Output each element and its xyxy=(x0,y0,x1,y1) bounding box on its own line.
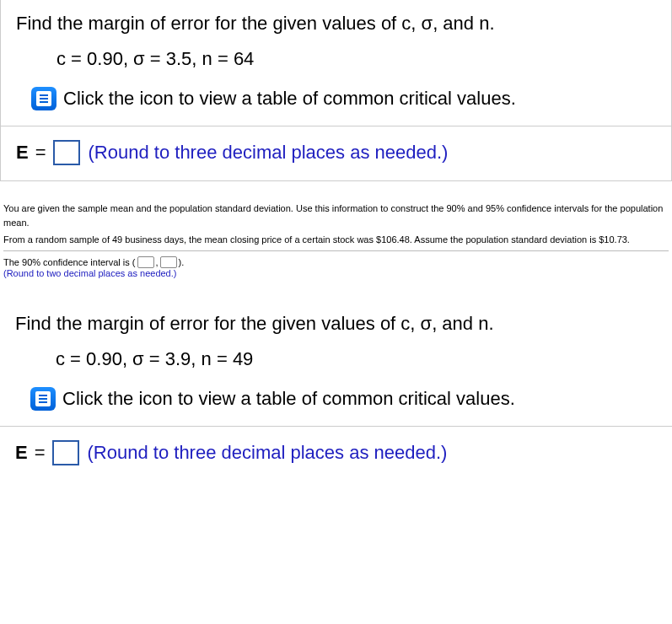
divider xyxy=(1,126,671,126)
ci-answer-row: The 90% confidence interval is ( , ). xyxy=(3,256,669,268)
answer-variable: E xyxy=(16,142,29,164)
equals-sign: = xyxy=(35,142,46,164)
answer-variable: E xyxy=(15,442,28,464)
margin-error-input[interactable] xyxy=(53,140,80,165)
question-prompt: Find the margin of error for the given v… xyxy=(15,312,657,336)
ci-suffix: ). xyxy=(179,257,185,267)
ci-comma: , xyxy=(156,257,159,267)
question-params: c = 0.90, σ = 3.9, n = 49 xyxy=(56,348,657,370)
ci-instruction-1: You are given the sample mean and the po… xyxy=(3,202,669,231)
divider xyxy=(3,250,669,251)
table-icon[interactable] xyxy=(30,387,56,411)
critical-values-link-row: Click the icon to view a table of common… xyxy=(30,387,657,411)
divider xyxy=(0,426,672,427)
question-params: c = 0.90, σ = 3.5, n = 64 xyxy=(56,48,656,70)
ci-rounding-note: (Round to two decimal places as needed.) xyxy=(3,268,669,278)
answer-row: E = (Round to three decimal places as ne… xyxy=(16,140,656,165)
critical-values-text: Click the icon to view a table of common… xyxy=(62,388,515,410)
ci-prefix: The 90% confidence interval is ( xyxy=(3,257,136,267)
rounding-note: (Round to three decimal places as needed… xyxy=(89,142,449,164)
ci-lower-input[interactable] xyxy=(137,256,154,268)
table-icon[interactable] xyxy=(31,87,56,110)
confidence-interval-block: You are given the sample mean and the po… xyxy=(0,202,672,279)
ci-upper-input[interactable] xyxy=(160,256,177,268)
margin-error-input[interactable] xyxy=(52,440,79,465)
answer-row: E = (Round to three decimal places as ne… xyxy=(15,440,657,465)
question-block-1: Find the margin of error for the given v… xyxy=(0,0,672,181)
critical-values-text: Click the icon to view a table of common… xyxy=(63,88,516,110)
ci-instruction-2: From a random sample of 49 business days… xyxy=(3,233,669,248)
critical-values-link-row: Click the icon to view a table of common… xyxy=(31,87,656,110)
question-prompt: Find the margin of error for the given v… xyxy=(16,12,656,36)
rounding-note: (Round to three decimal places as needed… xyxy=(88,442,448,464)
question-block-2: Find the margin of error for the given v… xyxy=(0,302,672,465)
equals-sign: = xyxy=(35,442,46,464)
